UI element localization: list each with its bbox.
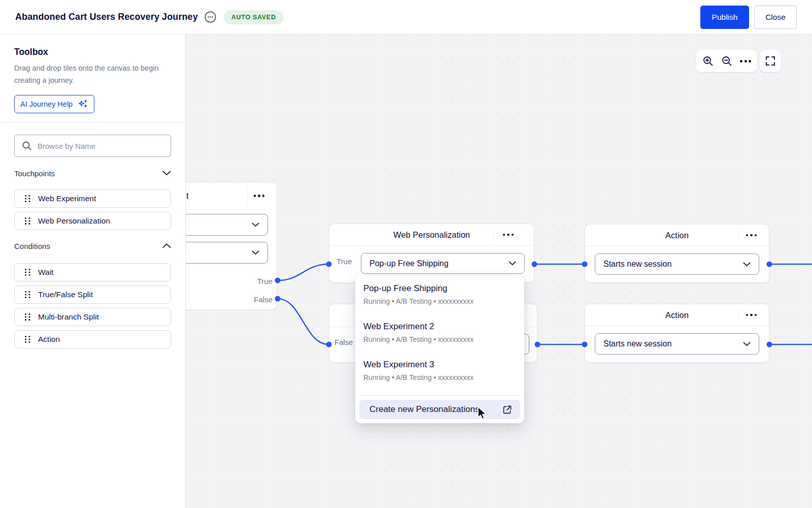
- node-title: Action: [585, 231, 769, 240]
- fullscreen-icon: [765, 56, 775, 66]
- node-header: Action: [585, 304, 769, 326]
- chevron-down-icon: [252, 223, 259, 227]
- drag-handle-icon: [25, 313, 30, 321]
- node-action-bottom[interactable]: Action Starts new session: [585, 304, 769, 363]
- connector-false: [278, 299, 329, 344]
- chevron-down-icon: [743, 262, 751, 267]
- tile-label: Web Personalization: [38, 216, 110, 226]
- drag-handle-icon: [25, 269, 30, 276]
- drag-handle-icon: [25, 217, 30, 225]
- node-title: Action: [585, 310, 769, 320]
- sparkles-icon: [77, 99, 88, 110]
- chevron-up-icon: [162, 243, 171, 248]
- node-true-false-split[interactable]: t True False: [186, 182, 277, 310]
- create-new-personalizations-item[interactable]: Create new Personalizations: [359, 400, 520, 419]
- node-options-button[interactable]: [252, 193, 267, 199]
- tile-action[interactable]: Action: [14, 330, 171, 348]
- drag-handle-icon: [25, 291, 30, 298]
- node-web-personalization[interactable]: Web Personalization True Pop-up Free Shi…: [329, 224, 534, 283]
- canvas-zoom-controls: [696, 50, 757, 72]
- node-options-button[interactable]: [744, 312, 759, 319]
- drag-handle-icon: [25, 195, 30, 202]
- touchpoints-tiles: Web Experiment Web Personalization: [14, 189, 171, 230]
- ellipsis-icon: [740, 60, 751, 62]
- title-options-button[interactable]: [205, 11, 217, 23]
- header-divider: [247, 187, 248, 205]
- personalization-dropdown-menu: Pop-up Free Shipping Running • A/B Testi…: [355, 276, 524, 423]
- canvas-more-options-button[interactable]: [739, 59, 752, 64]
- tile-label: Multi-branch Split: [38, 312, 99, 322]
- toolbox-sidebar: Toolbox Drag and drop tiles onto the can…: [0, 35, 186, 508]
- split-select-1[interactable]: [186, 214, 268, 236]
- zoom-out-icon: [721, 55, 733, 67]
- publish-button[interactable]: Publish: [700, 6, 749, 29]
- tile-label: Wait: [38, 268, 53, 277]
- node-options-button[interactable]: [744, 232, 759, 239]
- menu-item-title: Pop-up Free Shipping: [363, 283, 516, 294]
- select-value: Pop-up Free Shipping: [369, 259, 449, 268]
- tile-web-personalization[interactable]: Web Personalization: [14, 212, 171, 230]
- chevron-down-icon: [509, 261, 516, 266]
- toolbox-title: Toolbox: [14, 47, 171, 57]
- false-port-label: False: [254, 295, 273, 304]
- true-port-label: True: [257, 277, 273, 285]
- node-header: Action: [585, 225, 769, 246]
- menu-item-title: Web Experiment 2: [363, 322, 516, 332]
- menu-item-title: Web Experiment 3: [363, 360, 516, 370]
- tile-wait[interactable]: Wait: [14, 263, 171, 281]
- create-label: Create new Personalizations: [369, 404, 479, 415]
- close-button[interactable]: Close: [754, 6, 797, 29]
- fullscreen-control: [760, 50, 781, 72]
- section-label: Conditions: [14, 242, 50, 250]
- section-header-touchpoints[interactable]: Touchpoints: [14, 166, 171, 180]
- page-title: Abandoned Cart Users Recovery Journey: [15, 12, 198, 22]
- tile-label: Action: [38, 335, 60, 344]
- input-port-label: True: [336, 257, 352, 266]
- action-select[interactable]: Starts new session: [595, 333, 759, 355]
- header-divider: [738, 309, 738, 321]
- fullscreen-button[interactable]: [764, 55, 776, 67]
- menu-item-subtitle: Running • A/B Testing • xxxxxxxxxx: [363, 335, 516, 343]
- status-badge: AUTO SAVED: [224, 10, 284, 24]
- external-link-icon: [502, 404, 513, 415]
- zoom-out-button[interactable]: [720, 54, 734, 68]
- zoom-in-button[interactable]: [701, 54, 715, 68]
- toolbox-description: Drag and drop tiles onto the canvas to b…: [14, 62, 174, 86]
- node-header: t: [186, 182, 277, 210]
- node-header: Web Personalization: [329, 224, 534, 246]
- drag-handle-icon: [25, 336, 30, 343]
- chevron-down-icon: [162, 171, 171, 176]
- tile-web-experiment[interactable]: Web Experiment: [14, 189, 171, 208]
- menu-item-popup-free-shipping[interactable]: Pop-up Free Shipping Running • A/B Testi…: [355, 280, 524, 318]
- connector-true: [278, 264, 329, 280]
- journey-canvas[interactable]: t True False Web Personalization True Po…: [186, 35, 812, 508]
- select-value: Starts new session: [603, 339, 671, 348]
- conditions-tiles: Wait True/False Split Multi-branch Split…: [14, 263, 171, 348]
- node-action-top[interactable]: Action Starts new session: [585, 224, 769, 283]
- personalization-select[interactable]: Pop-up Free Shipping: [361, 253, 525, 274]
- action-select[interactable]: Starts new session: [595, 253, 759, 275]
- menu-item-subtitle: Running • A/B Testing • xxxxxxxxxx: [363, 373, 516, 382]
- top-bar: Abandoned Cart Users Recovery Journey AU…: [0, 0, 812, 35]
- node-options-button[interactable]: [501, 232, 516, 238]
- split-select-2[interactable]: [186, 242, 268, 264]
- tile-true-false-split[interactable]: True/False Split: [14, 285, 171, 304]
- sidebar-divider: [0, 122, 185, 123]
- ai-journey-help-button[interactable]: AI Journey Help: [14, 95, 94, 113]
- section-label: Touchpoints: [14, 169, 55, 178]
- chevron-down-icon: [252, 250, 259, 255]
- menu-item-web-experiment-2[interactable]: Web Experiment 2 Running • A/B Testing •…: [355, 318, 524, 356]
- tile-multi-branch-split[interactable]: Multi-branch Split: [14, 308, 171, 326]
- header-divider: [494, 229, 494, 241]
- search-icon: [22, 141, 32, 151]
- tile-label: Web Experiment: [38, 194, 96, 203]
- circle-ellipsis-icon: [205, 11, 216, 23]
- section-header-conditions[interactable]: Conditions: [14, 239, 171, 253]
- menu-item-subtitle: Running • A/B Testing • xxxxxxxxxx: [363, 297, 516, 305]
- ai-journey-help-label: AI Journey Help: [20, 100, 73, 108]
- menu-item-web-experiment-3[interactable]: Web Experiment 3 Running • A/B Testing •…: [355, 356, 524, 394]
- chevron-down-icon: [743, 342, 751, 346]
- search-input[interactable]: [37, 141, 163, 151]
- tile-label: True/False Split: [38, 290, 93, 299]
- toolbox-search[interactable]: [14, 135, 171, 157]
